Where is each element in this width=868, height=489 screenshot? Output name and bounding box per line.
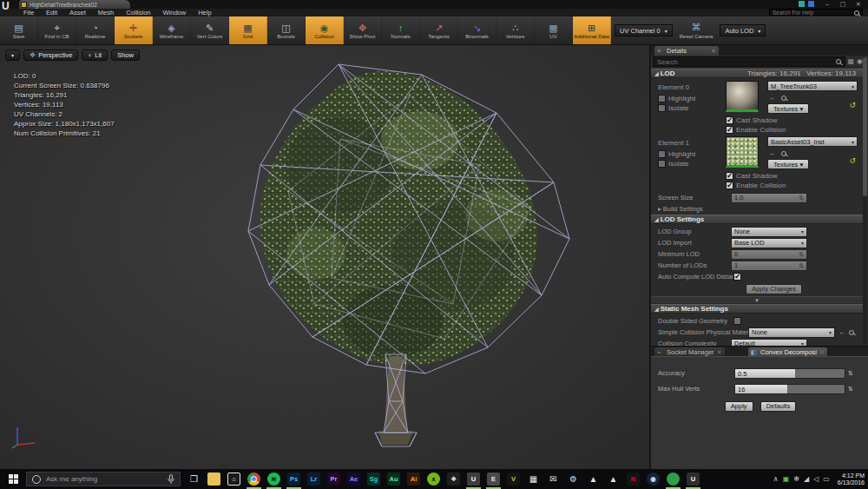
taskbar-vegas-icon[interactable]: V xyxy=(503,469,523,489)
browse-icon[interactable] xyxy=(849,330,854,335)
tray-network-icon[interactable]: ◢ xyxy=(804,475,809,483)
use-selected-icon[interactable]: ← xyxy=(838,328,845,336)
toolbar-collision-button[interactable]: ◉Collision xyxy=(306,17,344,44)
apply-changes-button[interactable]: Apply Changes xyxy=(746,284,802,294)
toolbar-vert-colors-button[interactable]: ✎Vert Colors xyxy=(191,17,229,44)
taskbar-unity-icon[interactable]: ❖ xyxy=(444,469,464,489)
isolate-checkbox[interactable] xyxy=(658,160,666,168)
details-tab[interactable]: ≡ Details ✕ xyxy=(654,46,719,56)
taskbar-after-effects-icon[interactable]: Ae xyxy=(344,469,364,489)
use-selected-icon[interactable]: ← xyxy=(769,94,776,102)
taskbar-clock[interactable]: 4:12 PM 6/13/2016 xyxy=(834,472,865,486)
menu-collision[interactable]: Collision xyxy=(120,9,156,17)
defaults-button[interactable]: Defaults xyxy=(760,401,797,412)
menu-mesh[interactable]: Mesh xyxy=(92,9,120,17)
highlight-checkbox[interactable] xyxy=(658,150,666,158)
taskbar-spotify-icon[interactable]: ≋ xyxy=(264,469,284,489)
toolbar-show-pivot-button[interactable]: ✥Show Pivot xyxy=(344,17,382,44)
toolbar-uv-button[interactable]: ▦UV xyxy=(535,17,573,44)
lod-import-dropdown[interactable]: Base LOD▾ xyxy=(731,238,807,248)
asset-tab[interactable]: HighDetailTreeBranches02 xyxy=(19,0,130,9)
number-of-lods-spinbox[interactable]: 1⇅ xyxy=(731,261,807,271)
taskbar-audition-icon[interactable]: Au xyxy=(384,469,404,489)
simple-collision-material-dropdown[interactable]: None▾ xyxy=(748,327,835,338)
textures-button[interactable]: Textures ▾ xyxy=(767,159,809,169)
screen-size-spinbox[interactable]: 1.0⇅ xyxy=(731,193,807,203)
material-thumbnail[interactable] xyxy=(726,81,759,112)
taskbar-app-peak-1-icon[interactable]: ▲ xyxy=(583,469,603,489)
taskbar-task-view-icon[interactable]: ❐ xyxy=(184,469,204,489)
taskbar-teamspeak-icon[interactable] xyxy=(663,469,683,489)
help-search-input[interactable]: Search For Help xyxy=(769,9,863,16)
taskbar-app-peak-2-icon[interactable]: ▲ xyxy=(603,469,623,489)
lit-mode-button[interactable]: ◐ Lit xyxy=(82,50,108,61)
cortana-search-input[interactable]: Ask me anything xyxy=(26,472,181,486)
taskbar-gitkraken-icon[interactable]: ᴥ xyxy=(424,469,444,489)
browse-icon[interactable] xyxy=(781,96,786,101)
start-button[interactable] xyxy=(0,469,26,489)
toolbar-tangents-button[interactable]: ↗Tangents xyxy=(420,17,458,44)
minimum-lod-spinbox[interactable]: 0⇅ xyxy=(731,249,807,260)
lod-settings-header[interactable]: ◢LOD Settings xyxy=(651,215,863,224)
taskbar-steam-icon[interactable]: ◉ xyxy=(643,469,663,489)
static-mesh-settings-header[interactable]: ◢Static Mesh Settings xyxy=(651,304,863,314)
toolbar-normals-button[interactable]: ↑Normals xyxy=(382,17,420,44)
close-button[interactable]: ✕ xyxy=(851,0,866,8)
details-scrollbar[interactable] xyxy=(863,57,867,344)
viewport-options-button[interactable]: ▾ xyxy=(5,50,20,61)
3d-viewport[interactable]: ▾ ❖ Perspective ◐ Lit Show LOD: 0Current… xyxy=(0,45,650,469)
taskbar-calendar-icon[interactable]: ▦ xyxy=(523,469,543,489)
highlight-checkbox[interactable] xyxy=(658,95,666,102)
toolbar-realtime-button[interactable]: ◔Realtime xyxy=(76,17,115,44)
reset-camera-button[interactable]: ⌘ Reset Camera xyxy=(680,22,713,39)
enable-collision-checkbox[interactable] xyxy=(726,182,733,189)
isolate-checkbox[interactable] xyxy=(658,104,666,112)
taskbar-premiere-icon[interactable]: Pr xyxy=(324,469,344,489)
minimize-button[interactable]: – xyxy=(819,0,835,8)
double-sided-checkbox[interactable] xyxy=(733,317,741,325)
details-tab-close-icon[interactable]: ✕ xyxy=(711,46,716,56)
taskbar-netflix-icon[interactable]: N xyxy=(623,469,643,489)
tray-volume-icon[interactable]: ◁ xyxy=(813,475,819,483)
toolbar-additional-data-button[interactable]: ⊞Additional Data xyxy=(573,17,611,44)
taskbar-epic-games-icon[interactable]: E xyxy=(483,469,503,489)
grid-view-icon[interactable]: ▦ xyxy=(847,57,854,65)
toolbar-binormals-button[interactable]: ↘Binormals xyxy=(458,17,496,44)
browse-icon[interactable] xyxy=(781,151,786,156)
cast-shadow-checkbox[interactable] xyxy=(726,172,733,180)
reset-to-default-icon[interactable]: ↺ xyxy=(849,101,856,109)
taskbar-unreal-engine-2-icon[interactable]: U xyxy=(683,469,703,489)
menu-file[interactable]: File xyxy=(17,9,40,17)
taskbar-unreal-engine-icon[interactable]: U xyxy=(464,469,483,489)
menu-edit[interactable]: Edit xyxy=(40,9,63,17)
max-hull-verts-slider[interactable]: 16 xyxy=(734,384,845,394)
menu-help[interactable]: Help xyxy=(192,9,217,17)
taskbar-illustrator-icon[interactable]: Ai xyxy=(404,469,424,489)
taskbar-photoshop-icon[interactable]: Ps xyxy=(284,469,304,489)
toolbar-vertices-button[interactable]: ∴Vertices xyxy=(496,17,535,44)
material-dropdown[interactable]: M_TreeTrunk03▾ xyxy=(767,81,858,91)
auto-compute-lod-checkbox[interactable] xyxy=(733,273,741,281)
toolbar-grid-button[interactable]: ▦Grid xyxy=(229,17,267,44)
tray-expand-icon[interactable]: ∧ xyxy=(773,475,779,483)
maximize-button[interactable]: ▢ xyxy=(835,0,851,8)
details-search-input[interactable]: Search xyxy=(653,56,845,67)
taskbar-windows-store-icon[interactable]: ⌂ xyxy=(224,469,244,489)
taskbar-settings-icon[interactable]: ⚙ xyxy=(563,469,583,489)
textures-button[interactable]: Textures ▾ xyxy=(767,103,809,114)
show-button[interactable]: Show xyxy=(111,50,140,61)
lod-section-header[interactable]: ◢LOD Triangles: 16,291 Vertices: 19,113 xyxy=(651,69,863,78)
uv-channel-dropdown[interactable]: UV Channel 0▾ xyxy=(615,24,673,36)
reset-to-default-icon[interactable]: ↺ xyxy=(849,156,856,165)
taskbar-file-explorer-icon[interactable] xyxy=(204,469,224,489)
taskbar-lightroom-icon[interactable]: Lr xyxy=(304,469,324,489)
perspective-button[interactable]: ❖ Perspective xyxy=(23,50,78,61)
accuracy-slider[interactable]: 0.5 xyxy=(734,368,845,379)
auto-lod-dropdown[interactable]: Auto LOD▾ xyxy=(720,24,766,36)
toolbar-sockets-button[interactable]: ✛Sockets xyxy=(115,17,153,44)
cast-shadow-checkbox[interactable] xyxy=(726,116,733,124)
enable-collision-checkbox[interactable] xyxy=(726,126,733,134)
taskbar-speedgrade-icon[interactable]: Sg xyxy=(364,469,384,489)
tray-nvidia-icon[interactable]: ▣ xyxy=(783,475,790,483)
tray-settings-icon[interactable]: ✻ xyxy=(793,475,799,483)
